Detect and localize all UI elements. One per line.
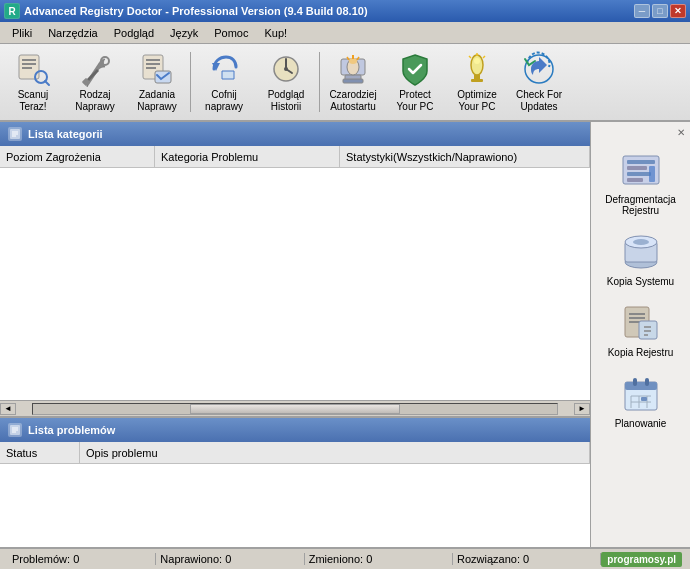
svg-point-47 bbox=[633, 239, 649, 245]
optimize-icon bbox=[459, 51, 495, 87]
svg-rect-54 bbox=[625, 382, 657, 390]
brand-badge: programosy.pl bbox=[601, 552, 682, 567]
status-problems: Problemów: 0 bbox=[8, 553, 156, 565]
svg-rect-43 bbox=[649, 166, 655, 182]
scan-icon bbox=[15, 51, 51, 87]
right-panel: ✕ Defragmentacja Rejestru bbox=[590, 122, 690, 547]
history-button[interactable]: PodglądHistorii bbox=[255, 48, 317, 116]
status-resolved: Rozwiązano: 0 bbox=[453, 553, 601, 565]
svg-rect-29 bbox=[474, 75, 480, 79]
menu-pomoc[interactable]: Pomoc bbox=[206, 25, 256, 41]
svg-point-31 bbox=[474, 58, 480, 64]
history-label: PodglądHistorii bbox=[268, 89, 305, 113]
fix-type-label: RodzajNaprawy bbox=[75, 89, 114, 113]
col-desc[interactable]: Opis problemu bbox=[80, 442, 590, 463]
system-copy-icon bbox=[619, 230, 663, 274]
svg-rect-56 bbox=[645, 378, 649, 386]
svg-line-7 bbox=[45, 81, 49, 85]
registry-copy-icon bbox=[619, 301, 663, 345]
svg-rect-5 bbox=[22, 67, 32, 69]
svg-point-19 bbox=[284, 67, 288, 71]
registry-copy-button[interactable]: Kopia Rejestru bbox=[597, 296, 685, 363]
menu-narzedzia[interactable]: Narzędzia bbox=[40, 25, 106, 41]
category-header: Lista kategorii bbox=[0, 122, 590, 146]
undo-label: Cofnijnaprawy bbox=[205, 89, 243, 113]
minimize-button[interactable]: ─ bbox=[634, 4, 650, 18]
separator-1 bbox=[190, 52, 191, 112]
schedule-label: Planowanie bbox=[615, 418, 667, 429]
svg-rect-4 bbox=[22, 63, 36, 65]
defrag-icon bbox=[619, 148, 663, 192]
svg-text:R: R bbox=[8, 6, 16, 17]
autostart-button[interactable]: CzarodziejAutostartu bbox=[322, 48, 384, 116]
close-button[interactable]: ✕ bbox=[670, 4, 686, 18]
problems-table-body bbox=[0, 464, 590, 547]
svg-rect-13 bbox=[146, 67, 156, 69]
toolbar: ScanujTeraz! RodzajNaprawy Zadania bbox=[0, 44, 690, 122]
svg-rect-55 bbox=[633, 378, 637, 386]
svg-line-34 bbox=[483, 56, 485, 58]
system-copy-button[interactable]: Kopia Systemu bbox=[597, 225, 685, 292]
scroll-thumb[interactable] bbox=[190, 404, 400, 414]
problems-header: Lista problemów bbox=[0, 418, 590, 442]
window-title: Advanced Registry Doctor - Professional … bbox=[24, 5, 634, 17]
svg-rect-41 bbox=[627, 172, 651, 176]
schedule-button[interactable]: Planowanie bbox=[597, 367, 685, 434]
main-area: Lista kategorii Poziom Zagrożenia Katego… bbox=[0, 122, 690, 547]
undo-button[interactable]: Cofnijnaprawy bbox=[193, 48, 255, 116]
category-header-icon bbox=[8, 127, 22, 141]
problems-header-icon bbox=[8, 423, 22, 437]
svg-rect-50 bbox=[629, 317, 645, 319]
svg-rect-52 bbox=[639, 321, 657, 339]
col-category[interactable]: Kategoria Problemu bbox=[155, 146, 340, 167]
scroll-track[interactable] bbox=[32, 403, 558, 415]
system-copy-label: Kopia Systemu bbox=[607, 276, 674, 287]
problems-table-header: Status Opis problemu bbox=[0, 442, 590, 464]
wrench-icon bbox=[77, 51, 113, 87]
defrag-label: Defragmentacja Rejestru bbox=[600, 194, 682, 216]
svg-rect-30 bbox=[471, 79, 483, 82]
check-updates-label: Check ForUpdates bbox=[516, 89, 562, 113]
col-level[interactable]: Poziom Zagrożenia bbox=[0, 146, 155, 167]
protect-button[interactable]: ProtectYour PC bbox=[384, 48, 446, 116]
scan-button[interactable]: ScanujTeraz! bbox=[2, 48, 64, 116]
protect-label: ProtectYour PC bbox=[397, 89, 434, 113]
svg-rect-40 bbox=[627, 166, 647, 170]
check-updates-button[interactable]: Check ForUpdates bbox=[508, 48, 570, 116]
title-bar: R Advanced Registry Doctor - Professiona… bbox=[0, 0, 690, 22]
fix-tasks-label: ZadaniaNaprawy bbox=[137, 89, 176, 113]
status-changed: Zmieniono: 0 bbox=[305, 553, 453, 565]
fix-tasks-button[interactable]: ZadaniaNaprawy bbox=[126, 48, 188, 116]
svg-rect-42 bbox=[627, 178, 643, 182]
col-status[interactable]: Status bbox=[0, 442, 80, 463]
fix-type-button[interactable]: RodzajNaprawy bbox=[64, 48, 126, 116]
svg-rect-22 bbox=[343, 79, 363, 83]
registry-copy-label: Kopia Rejestru bbox=[608, 347, 674, 358]
app-icon: R bbox=[4, 3, 20, 19]
schedule-icon bbox=[619, 372, 663, 416]
category-header-label: Lista kategorii bbox=[28, 128, 103, 140]
menu-kup[interactable]: Kup! bbox=[256, 25, 295, 41]
menu-jezyk[interactable]: Język bbox=[162, 25, 206, 41]
category-table-body bbox=[0, 168, 590, 400]
menu-podglad[interactable]: Podgląd bbox=[106, 25, 162, 41]
defrag-button[interactable]: Defragmentacja Rejestru bbox=[597, 143, 685, 221]
svg-rect-62 bbox=[641, 397, 647, 401]
optimize-button[interactable]: OptimizeYour PC bbox=[446, 48, 508, 116]
autostart-icon bbox=[335, 51, 371, 87]
scroll-right-arrow[interactable]: ► bbox=[574, 403, 590, 415]
right-panel-close[interactable]: ✕ bbox=[674, 126, 688, 139]
category-scrollbar[interactable]: ◄ ► bbox=[0, 400, 590, 416]
separator-2 bbox=[319, 52, 320, 112]
category-table-header: Poziom Zagrożenia Kategoria Problemu Sta… bbox=[0, 146, 590, 168]
svg-rect-49 bbox=[629, 313, 645, 315]
menu-pliki[interactable]: Pliki bbox=[4, 25, 40, 41]
status-fixed: Naprawiono: 0 bbox=[156, 553, 304, 565]
scroll-left-arrow[interactable]: ◄ bbox=[0, 403, 16, 415]
autostart-label: CzarodziejAutostartu bbox=[329, 89, 376, 113]
svg-rect-3 bbox=[22, 59, 36, 61]
check-updates-icon bbox=[521, 51, 557, 87]
col-stats[interactable]: Statystyki(Wszystkich/Naprawiono) bbox=[340, 146, 590, 167]
maximize-button[interactable]: □ bbox=[652, 4, 668, 18]
history-icon bbox=[268, 51, 304, 87]
